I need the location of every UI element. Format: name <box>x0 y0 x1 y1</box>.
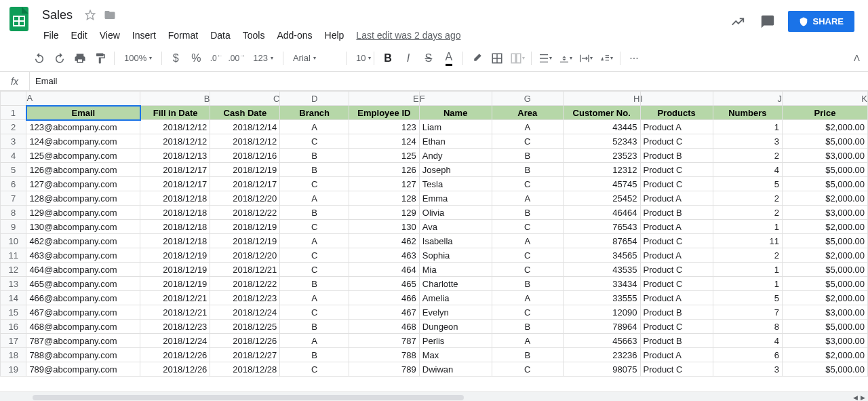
currency-button[interactable]: $ <box>166 50 185 67</box>
sheets-logo[interactable] <box>5 5 33 33</box>
cell[interactable]: Ava <box>419 220 492 234</box>
cell[interactable]: 462 <box>349 234 419 248</box>
cell[interactable]: C <box>280 134 349 149</box>
cell[interactable]: 2018/12/21 <box>140 291 210 305</box>
col-header-I[interactable]: I <box>640 92 713 106</box>
cell[interactable]: 2 <box>713 191 782 206</box>
cell[interactable]: 33434 <box>563 277 640 291</box>
header-cell[interactable]: Customer No. <box>563 106 640 120</box>
cell[interactable]: B <box>280 206 349 220</box>
col-header-B[interactable]: B <box>140 92 210 106</box>
row-header-13[interactable]: 13 <box>1 277 26 291</box>
merge-button[interactable]: ▾ <box>508 50 527 67</box>
cell[interactable]: 130 <box>349 220 419 234</box>
folder-icon[interactable] <box>104 9 116 21</box>
header-cell[interactable]: Branch <box>280 106 349 120</box>
menu-format[interactable]: Format <box>163 27 203 43</box>
cell[interactable]: 1 <box>713 120 782 134</box>
row-header-4[interactable]: 4 <box>1 149 26 163</box>
number-format-select[interactable]: 123▾ <box>248 50 279 66</box>
cell[interactable]: 45745 <box>563 177 640 191</box>
header-cell[interactable]: Email <box>26 106 140 120</box>
cell[interactable]: C <box>492 248 563 263</box>
menu-data[interactable]: Data <box>205 27 236 43</box>
col-header-J[interactable]: J <box>713 92 782 106</box>
menu-view[interactable]: View <box>94 27 125 43</box>
menu-file[interactable]: File <box>38 27 64 43</box>
cell[interactable]: 2018/12/18 <box>140 220 210 234</box>
cell[interactable]: 127@abcompany.com <box>26 177 140 191</box>
last-edit[interactable]: Last edit was 2 days ago <box>351 27 466 43</box>
cell[interactable]: 124 <box>349 134 419 149</box>
cell[interactable]: $2,000.00 <box>783 191 868 206</box>
cell[interactable]: 12090 <box>563 305 640 320</box>
cell[interactable]: 2018/12/14 <box>210 120 280 134</box>
header-cell[interactable]: Numbers <box>713 106 782 120</box>
cell[interactable]: 2018/12/22 <box>210 206 280 220</box>
cell[interactable]: Liam <box>419 120 492 134</box>
cell[interactable]: Product A <box>640 120 713 134</box>
cell[interactable]: Product A <box>640 291 713 305</box>
cell[interactable]: B <box>492 206 563 220</box>
cell[interactable]: Perlis <box>419 334 492 348</box>
row-header-8[interactable]: 8 <box>1 206 26 220</box>
cell[interactable]: 787 <box>349 334 419 348</box>
cell[interactable]: Sophia <box>419 248 492 263</box>
cell[interactable]: Product C <box>640 163 713 177</box>
cell[interactable]: $3,000.00 <box>783 305 868 320</box>
sheet-next-icon[interactable]: ▶ <box>861 394 865 401</box>
cell[interactable]: 78964 <box>563 320 640 334</box>
cell[interactable]: $5,000.00 <box>783 362 868 377</box>
cell[interactable]: B <box>280 320 349 334</box>
cell[interactable]: C <box>280 177 349 191</box>
cell[interactable]: 34565 <box>563 248 640 263</box>
header-cell[interactable]: Fill in Date <box>140 106 210 120</box>
sheet-prev-icon[interactable]: ◀ <box>853 394 858 401</box>
cell[interactable]: Product A <box>640 248 713 263</box>
cell[interactable]: 23523 <box>563 149 640 163</box>
cell[interactable]: Product A <box>640 191 713 206</box>
cell[interactable]: 2018/12/25 <box>210 320 280 334</box>
row-header-16[interactable]: 16 <box>1 320 26 334</box>
doc-title[interactable]: Sales <box>38 7 77 24</box>
undo-button[interactable] <box>30 50 49 67</box>
v-align-button[interactable]: ▾ <box>556 50 575 67</box>
header-cell[interactable]: Price <box>783 106 868 120</box>
cell[interactable]: 2018/12/24 <box>140 334 210 348</box>
cell[interactable]: 2018/12/18 <box>140 191 210 206</box>
cell[interactable]: $2,000.00 <box>783 220 868 234</box>
cell[interactable]: 2018/12/12 <box>140 120 210 134</box>
row-header-17[interactable]: 17 <box>1 334 26 348</box>
cell[interactable]: Tesla <box>419 177 492 191</box>
cell[interactable]: 4 <box>713 334 782 348</box>
cell[interactable]: 45663 <box>563 334 640 348</box>
more-button[interactable]: ··· <box>625 50 644 67</box>
cell[interactable]: 466 <box>349 291 419 305</box>
cell[interactable]: C <box>492 362 563 377</box>
cell[interactable]: 2018/12/19 <box>210 220 280 234</box>
row-header-9[interactable]: 9 <box>1 220 26 234</box>
cell[interactable]: 52343 <box>563 134 640 149</box>
cell[interactable]: Dungeon <box>419 320 492 334</box>
collapse-toolbar-icon[interactable]: ᐱ <box>854 53 860 63</box>
cell[interactable]: Product C <box>640 134 713 149</box>
cell[interactable]: 2018/12/17 <box>140 177 210 191</box>
cell[interactable]: 2018/12/27 <box>210 348 280 362</box>
bold-button[interactable]: B <box>378 50 397 67</box>
cell[interactable]: 123@abcompany.com <box>26 120 140 134</box>
cell[interactable]: $5,000.00 <box>783 234 868 248</box>
cell[interactable]: 76543 <box>563 220 640 234</box>
cell[interactable]: Product B <box>640 206 713 220</box>
cell[interactable]: A <box>280 291 349 305</box>
row-header-5[interactable]: 5 <box>1 163 26 177</box>
cell[interactable]: 2018/12/18 <box>140 234 210 248</box>
cell[interactable]: Max <box>419 348 492 362</box>
col-header-H[interactable]: H <box>563 92 640 106</box>
col-header-F[interactable]: F <box>419 92 492 106</box>
cell[interactable]: 128 <box>349 191 419 206</box>
cell[interactable]: B <box>492 277 563 291</box>
header-cell[interactable]: Products <box>640 106 713 120</box>
cell[interactable]: Product C <box>640 320 713 334</box>
cell[interactable]: Charlotte <box>419 277 492 291</box>
cell[interactable]: C <box>492 263 563 277</box>
